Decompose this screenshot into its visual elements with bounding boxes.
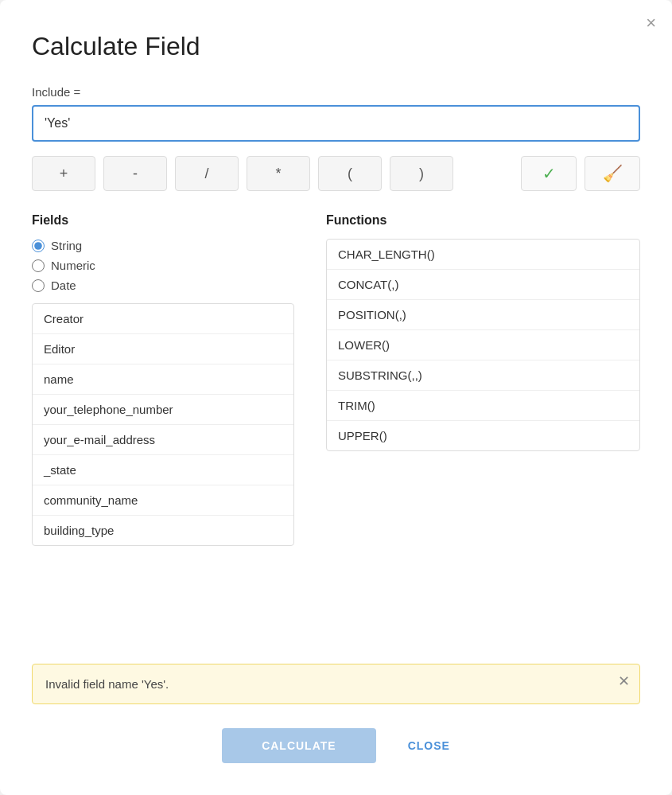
field-item-state[interactable]: _state <box>33 455 293 485</box>
string-radio-text: String <box>51 239 82 252</box>
close-paren-operator-button[interactable]: ) <box>390 156 453 191</box>
numeric-radio[interactable] <box>32 259 45 272</box>
function-item-trim[interactable]: TRIM() <box>327 391 639 421</box>
minus-operator-button[interactable]: - <box>103 156 167 191</box>
numeric-radio-label[interactable]: Numeric <box>32 259 294 272</box>
functions-section-title: Functions <box>326 213 640 228</box>
functions-list: CHAR_LENGTH() CONCAT(,) POSITION(,) LOWE… <box>326 239 640 451</box>
columns-row: Fields String Numeric Date Creator Edito… <box>32 213 640 648</box>
field-item-building-type[interactable]: building_type <box>33 516 293 545</box>
field-item-email[interactable]: your_e-mail_address <box>33 425 293 455</box>
functions-column: Functions CHAR_LENGTH() CONCAT(,) POSITI… <box>326 213 640 648</box>
function-item-upper[interactable]: UPPER() <box>327 421 639 450</box>
multiply-operator-button[interactable]: * <box>247 156 310 191</box>
field-type-radio-group: String Numeric Date <box>32 239 294 292</box>
include-label: Include = <box>32 85 640 99</box>
plus-operator-button[interactable]: + <box>32 156 95 191</box>
fields-column: Fields String Numeric Date Creator Edito… <box>32 213 294 648</box>
function-item-position[interactable]: POSITION(,) <box>327 300 639 330</box>
function-item-lower[interactable]: LOWER() <box>327 330 639 360</box>
field-item-telephone[interactable]: your_telephone_number <box>33 395 293 425</box>
check-icon: ✓ <box>542 164 556 183</box>
field-item-editor[interactable]: Editor <box>33 334 293 364</box>
open-paren-operator-button[interactable]: ( <box>318 156 382 191</box>
error-close-button[interactable]: ✕ <box>618 672 630 690</box>
eraser-icon: 🧹 <box>603 164 623 183</box>
field-item-creator[interactable]: Creator <box>33 304 293 334</box>
divide-operator-button[interactable]: / <box>175 156 239 191</box>
confirm-formula-button[interactable]: ✓ <box>521 156 577 191</box>
dialog-title: Calculate Field <box>32 32 640 61</box>
dialog-close-button[interactable]: × <box>646 14 656 32</box>
calculate-field-dialog: × Calculate Field Include = + - / * ( ) … <box>0 0 672 795</box>
formula-input[interactable] <box>32 105 640 142</box>
numeric-radio-text: Numeric <box>51 259 95 272</box>
function-item-concat[interactable]: CONCAT(,) <box>327 270 639 300</box>
date-radio[interactable] <box>32 279 45 292</box>
operator-row: + - / * ( ) ✓ 🧹 <box>32 156 640 191</box>
error-banner: Invalid field name 'Yes'. ✕ <box>32 664 640 704</box>
close-button[interactable]: CLOSE <box>408 739 450 752</box>
string-radio-label[interactable]: String <box>32 239 294 252</box>
clear-formula-button[interactable]: 🧹 <box>585 156 640 191</box>
date-radio-text: Date <box>51 279 76 292</box>
string-radio[interactable] <box>32 240 45 252</box>
date-radio-label[interactable]: Date <box>32 279 294 292</box>
footer-row: CALCULATE CLOSE <box>32 720 640 763</box>
function-item-substring[interactable]: SUBSTRING(,,) <box>327 360 639 391</box>
fields-list: Creator Editor name your_telephone_numbe… <box>32 303 294 546</box>
error-message: Invalid field name 'Yes'. <box>45 677 169 691</box>
field-item-name[interactable]: name <box>33 364 293 395</box>
calculate-button[interactable]: CALCULATE <box>222 728 376 763</box>
function-item-char-length[interactable]: CHAR_LENGTH() <box>327 240 639 270</box>
fields-section-title: Fields <box>32 213 294 228</box>
field-item-community-name[interactable]: community_name <box>33 485 293 516</box>
